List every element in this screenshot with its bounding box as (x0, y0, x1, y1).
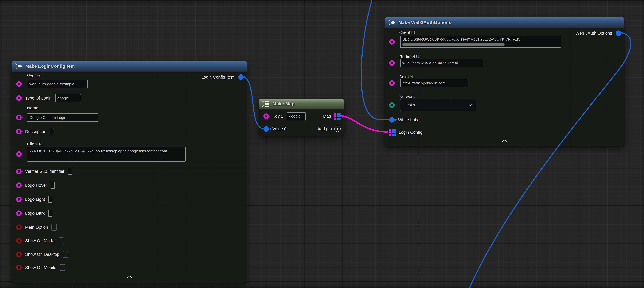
pin-row-verifier-sub-identifier: Verifier Sub Identifier (16, 167, 72, 176)
name-input[interactable]: Google Custom Login (27, 113, 98, 122)
pin-row-name: Google Custom Login (16, 113, 98, 122)
make-map-icon (262, 101, 270, 107)
pin-label: Name (27, 106, 38, 111)
main-option-checkbox[interactable] (52, 224, 57, 231)
pin-label: Description (25, 129, 46, 134)
map-pin-key-cell (334, 118, 336, 120)
logo-light-input[interactable] (48, 196, 52, 203)
pin-row-verifier: web3auth-google-example (16, 80, 88, 88)
key-0-input[interactable]: google (287, 112, 306, 120)
map-pin-key-cell (334, 115, 336, 117)
pin-label: Login Config (398, 130, 422, 135)
node-header[interactable]: Make Map (259, 99, 344, 109)
input-pin-client-id[interactable] (389, 39, 395, 45)
input-pin-white-label[interactable] (389, 117, 395, 123)
output-pin-web3auth-options[interactable] (616, 31, 621, 36)
node-make-map[interactable]: Make Map Key 0 google Value 0 Map (259, 99, 344, 136)
input-pin-description[interactable] (16, 129, 22, 134)
description-input[interactable] (50, 128, 54, 135)
pin-row-client-id: 774338308167-q463s7kpvja16l4l0kko3nb925i… (16, 147, 186, 162)
pin-row-white-label: White Label (389, 116, 420, 124)
network-selected-value: CYAN (405, 103, 415, 107)
pin-label: Type Of Login (25, 96, 52, 101)
map-pin-value-cell (336, 115, 340, 117)
node-header[interactable]: Make Web3AuthOptions (384, 17, 624, 28)
pin-row-map: Map (323, 112, 340, 120)
pin-label: Verifier Sub Identifier (25, 169, 64, 174)
input-pin-client-id[interactable] (16, 151, 22, 157)
input-pin-type-of-login[interactable] (16, 95, 22, 101)
input-pin-logo-dark[interactable] (16, 210, 22, 216)
add-pin-button[interactable]: + (334, 126, 340, 132)
input-pin-network[interactable] (389, 102, 395, 108)
map-pin-value-cell (336, 113, 340, 115)
input-pin-key-0[interactable] (263, 113, 269, 119)
input-pin-verifier[interactable] (16, 81, 22, 87)
input-pin-name[interactable] (16, 115, 22, 120)
pin-row-show-on-desktop: Show On Desktop (16, 250, 68, 258)
redirect-url-input[interactable]: w3a://com.w3a.Web3AuthUnreal (400, 59, 484, 67)
client-id-input[interactable]: BEglQSgt4cUWcj6SKRdu5QkOXTsePmMcusG5EAoy… (400, 36, 561, 48)
input-pin-login-config[interactable] (389, 129, 396, 136)
pin-label: Show On Desktop (25, 252, 59, 257)
output-pin-map[interactable] (334, 113, 340, 120)
pin-row-client-id: BEglQSgt4cUWcj6SKRdu5QkOXTsePmMcusG5EAoy… (389, 36, 561, 48)
node-make-loginconfigitem[interactable]: Make LoginConfigItem Login Config Item V… (12, 61, 247, 283)
verifier-input[interactable]: web3auth-google-example (27, 80, 88, 88)
pin-label: White Label (398, 118, 420, 122)
pin-label: Main Option (25, 225, 48, 230)
input-pin-value-0[interactable] (263, 126, 269, 132)
node-title: Make LoginConfigItem (25, 64, 75, 69)
type-of-login-input[interactable]: google (55, 94, 81, 102)
add-pin-row: Add pin + (318, 125, 340, 133)
blueprint-graph-canvas[interactable]: Make LoginConfigItem Login Config Item V… (0, 0, 644, 288)
wire-offscreen-to-white-label[interactable] (361, 0, 388, 120)
input-pin-sdk-url[interactable] (389, 80, 395, 86)
client-id-scrollbar[interactable] (402, 43, 505, 46)
verifier-sub-identifier-input[interactable] (68, 168, 72, 175)
map-pin-key-cell (389, 129, 391, 131)
client-id-input[interactable]: 774338308167-q463s7kpvja16l4l0kko3nb925i… (27, 147, 186, 162)
map-pin-key-cell (389, 131, 391, 133)
pin-row-description: Description (16, 127, 54, 136)
pin-label: Logo Hover (25, 183, 47, 188)
show-on-desktop-checkbox[interactable] (63, 251, 68, 258)
pin-label: Verifier (27, 74, 40, 78)
pin-row-redirect-url: w3a://com.w3a.Web3AuthUnreal (389, 59, 484, 67)
collapse-node-button[interactable] (127, 275, 133, 279)
show-on-modal-checkbox[interactable] (59, 237, 64, 244)
make-struct-icon (388, 19, 396, 26)
pin-label: Map (323, 114, 331, 119)
input-pin-logo-hover[interactable] (16, 182, 22, 188)
input-pin-show-on-modal[interactable] (16, 238, 22, 243)
pin-label: Redirect Url (399, 55, 422, 59)
pin-row-key-0: Key 0 google (263, 112, 306, 120)
logo-dark-input[interactable] (48, 210, 52, 217)
network-dropdown[interactable]: CYAN (400, 99, 476, 111)
wire-map-to-login-config[interactable] (341, 116, 388, 132)
pin-label: Logo Dark (25, 211, 45, 216)
input-pin-show-on-desktop[interactable] (16, 251, 22, 257)
sdk-url-input[interactable]: https://sdk.openlogin.com (400, 79, 468, 87)
make-struct-icon (15, 63, 22, 70)
node-header[interactable]: Make LoginConfigItem (12, 61, 247, 72)
pin-row-main-option: Main Option (16, 223, 57, 231)
logo-hover-input[interactable] (50, 182, 55, 189)
input-pin-redirect-url[interactable] (389, 60, 395, 66)
pin-label: Client Id (399, 30, 415, 35)
pin-row-web3auth-options: Web 3Auth Options (576, 29, 621, 38)
collapse-node-button[interactable] (502, 139, 507, 143)
input-pin-show-on-mobile[interactable] (16, 265, 22, 270)
client-id-value: BEglQSgt4cUWcj6SKRdu5QkOXTsePmMcusG5EAoy… (402, 37, 520, 42)
input-pin-verifier-sub-identifier[interactable] (16, 169, 22, 174)
node-make-web3authoptions[interactable]: Make Web3AuthOptions Web 3Auth Options C… (384, 17, 624, 146)
pin-row-login-config-item: Login Config Item (201, 73, 244, 81)
pin-row-network: CYAN (389, 99, 476, 111)
pin-label: Show On Mobile (25, 265, 56, 270)
node-title: Make Web3AuthOptions (398, 20, 451, 25)
pin-label: Key 0 (272, 114, 283, 119)
show-on-mobile-checkbox[interactable] (60, 264, 65, 271)
input-pin-main-option[interactable] (16, 224, 22, 230)
input-pin-logo-light[interactable] (16, 196, 22, 202)
map-pin-value-cell (392, 134, 396, 136)
